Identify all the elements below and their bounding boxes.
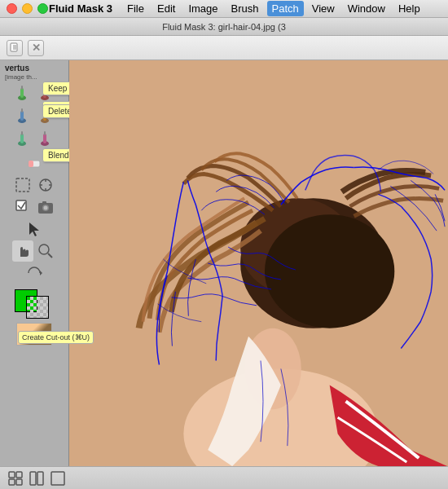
zoom-tool[interactable]: [35, 240, 56, 262]
menu-help[interactable]: Help: [393, 1, 425, 16]
sidebar-logo: vertus [image th...: [2, 64, 67, 81]
bottom-icon-2[interactable]: [28, 469, 46, 487]
traffic-lights: [7, 3, 48, 14]
camera-icon: [37, 198, 55, 216]
svg-point-36: [39, 244, 49, 254]
svg-marker-38: [40, 271, 42, 275]
arrow-icon: [25, 220, 43, 238]
brush-3a-icon: [13, 130, 31, 148]
brush-tool-row-2: Delete Local Brush (⌂D): [2, 106, 65, 127]
svg-marker-35: [29, 222, 39, 236]
toolbar-new[interactable]: [7, 40, 23, 56]
sidebar: vertus [image th...: [0, 60, 69, 466]
svg-rect-48: [16, 479, 22, 485]
menubar: Fluid Mask 3 File Edit Image Brush Patch…: [0, 0, 448, 18]
rotate-tool[interactable]: [24, 262, 45, 284]
camera-tool[interactable]: [35, 196, 56, 218]
brush-tool-3b[interactable]: [34, 129, 55, 150]
grid-icon: [7, 470, 24, 487]
menu-file[interactable]: File: [122, 1, 149, 16]
main-area: vertus [image th...: [0, 60, 448, 466]
menu-image[interactable]: Image: [183, 1, 222, 16]
titlebar: Fluid Mask 3: girl-hair-04.jpg (3: [0, 18, 448, 36]
image-label: [image th...: [5, 73, 37, 81]
titlebar-text: Fluid Mask 3: girl-hair-04.jpg (3: [162, 22, 286, 32]
svg-rect-34: [42, 201, 46, 204]
paint-tool[interactable]: [35, 174, 56, 196]
minimize-button[interactable]: [22, 3, 33, 14]
toolbar-close[interactable]: ✕: [28, 40, 44, 56]
svg-rect-49: [30, 472, 36, 485]
toolbar: ✕: [0, 36, 448, 60]
rotate-icon: [25, 264, 43, 282]
hand-icon: [14, 242, 32, 260]
keep-exact-brush[interactable]: [11, 83, 33, 104]
menu-patch[interactable]: Patch: [267, 1, 304, 16]
hand-tool[interactable]: [12, 240, 33, 262]
delete-local-brush[interactable]: [11, 106, 33, 127]
svg-rect-47: [9, 479, 15, 485]
hair-svg: [69, 60, 448, 466]
menu-view[interactable]: View: [307, 1, 340, 16]
zoom-icon: [37, 242, 55, 260]
columns-icon: [29, 470, 45, 487]
brush-tool-row-1: Keep Exact Brush (K) Delete Exact Brush …: [2, 83, 65, 104]
svg-rect-24: [16, 178, 29, 192]
selection-row: [2, 174, 66, 196]
brush-tool-3a[interactable]: [11, 129, 33, 150]
checkbox-tool[interactable]: [12, 196, 33, 218]
delete-local-icon: [13, 108, 31, 126]
hand-zoom-row: [2, 240, 66, 262]
brush-3b-icon: [36, 130, 54, 148]
zoom-button[interactable]: [37, 3, 48, 14]
create-cutout-label: Create Cut-out (⌘U): [18, 331, 94, 344]
selection-tool[interactable]: [12, 174, 33, 196]
svg-rect-45: [9, 472, 15, 478]
svg-rect-50: [37, 472, 43, 485]
camera-row: [2, 196, 66, 218]
svg-line-37: [48, 253, 52, 258]
menu-brush[interactable]: Brush: [226, 1, 264, 16]
svg-rect-6: [21, 86, 23, 90]
brush-tool-row-3: Blend Exact Brush (B): [2, 129, 65, 150]
image-display: [69, 60, 448, 466]
rotate-row: [2, 262, 66, 284]
svg-rect-12: [21, 108, 23, 112]
keep-brush-icon: [13, 85, 31, 103]
svg-rect-21: [44, 131, 46, 135]
new-icon: [9, 42, 20, 54]
svg-rect-51: [51, 472, 64, 485]
canvas-area[interactable]: Source Workspace Cut-out: [69, 60, 448, 466]
vertus-logo: vertus: [5, 64, 29, 73]
bottom-bar: [0, 466, 448, 489]
close-button[interactable]: [7, 3, 17, 14]
svg-rect-23: [29, 161, 33, 167]
app-title: Fluid Mask 3: [49, 2, 112, 15]
svg-rect-18: [21, 131, 23, 135]
background-swatch[interactable]: [26, 296, 49, 319]
bottom-icon-3[interactable]: [49, 469, 67, 487]
color-swatches: [13, 288, 62, 319]
bottom-icon-1[interactable]: [7, 469, 24, 487]
cutout-area: Create Cut-out (⌘U): [16, 323, 52, 346]
arrow-tool[interactable]: [24, 218, 45, 240]
menu-window[interactable]: Window: [343, 1, 390, 16]
menu-edit[interactable]: Edit: [152, 1, 180, 16]
selection-icon: [14, 176, 32, 194]
paint-icon: [37, 176, 55, 194]
eraser-icon: [25, 154, 43, 172]
arrow-row: [2, 218, 66, 240]
svg-point-44: [265, 214, 394, 328]
svg-rect-46: [16, 472, 22, 478]
checkbox-icon: [14, 198, 32, 216]
fullscreen-icon: [50, 470, 66, 487]
svg-point-33: [44, 206, 48, 210]
